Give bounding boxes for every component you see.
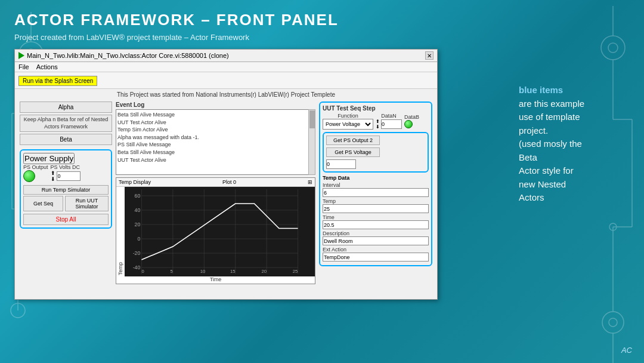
ps-voltage-value[interactable]	[326, 159, 356, 169]
function-dropdown[interactable]: Power Voltage	[323, 119, 373, 130]
annotation-line5: (used mosly the	[519, 137, 632, 151]
toolbar: Run via the Splash Screen	[15, 72, 437, 89]
power-supply-button[interactable]: Power Supply	[23, 153, 75, 164]
annotation-line4: project.	[519, 124, 632, 138]
project-started-text: This Project was started from National I…	[20, 91, 432, 98]
event-log-label: Event Log	[116, 101, 315, 108]
subtitle: Project created from LabVIEW® project te…	[14, 33, 630, 42]
svg-text:40: 40	[135, 207, 141, 213]
annotation-line2: are this example	[519, 97, 632, 111]
window-titlebar: Main_N_Two.lvlib:Main_N_Two.lvclass:Acto…	[15, 50, 437, 62]
get-ps-voltage-button[interactable]: Get PS Voltage	[326, 147, 380, 157]
svg-text:-20: -20	[133, 250, 141, 256]
interval-row: Interval	[323, 182, 429, 197]
event-log-section: Event Log Beta Still Alive Message UUT T…	[116, 101, 315, 175]
run-arrow-icon	[18, 52, 24, 59]
uut-label: UUT Test Seq Step	[323, 105, 429, 112]
left-panel: Alpha Keep Alpha n Beta for ref of Neste…	[20, 101, 112, 284]
keep-alpha-text: Keep Alpha n Beta for ref of Nested Acto…	[20, 115, 112, 132]
ps-volts-label: PS Volts DC	[51, 164, 80, 170]
log-entry-0: Beta Still Alive Message	[117, 111, 314, 119]
description-label: Description	[323, 230, 429, 236]
ac-label: AC	[621, 346, 632, 355]
annotation-line9: Actors	[519, 191, 632, 205]
interval-input[interactable]	[323, 188, 429, 197]
data-b-label: DataB	[404, 114, 419, 120]
close-button[interactable]: ✕	[425, 51, 434, 60]
svg-text:20: 20	[261, 269, 266, 274]
stop-all-button[interactable]: Stop All	[23, 214, 109, 225]
power-supply-section: Power Supply PS Output PS Volts DC ⬆⬇	[20, 149, 112, 229]
log-entry-1: UUT Test Actor Alive	[117, 119, 314, 127]
data-b-led	[404, 120, 413, 128]
beta-button[interactable]: Beta	[20, 134, 112, 145]
interval-label: Interval	[323, 182, 429, 188]
data-n-stepper[interactable]: ⬆⬇	[376, 119, 380, 130]
ps-volts-input[interactable]	[57, 171, 80, 181]
ext-action-input[interactable]	[323, 253, 429, 262]
description-input[interactable]	[323, 236, 429, 245]
annotation-line3: use of template	[519, 110, 632, 124]
middle-panel: Event Log Beta Still Alive Message UUT T…	[116, 101, 315, 284]
svg-text:5: 5	[170, 269, 172, 274]
run-splash-button[interactable]: Run via the Splash Screen	[18, 76, 97, 86]
log-entry-4: PS Still Alive Message	[117, 141, 314, 149]
get-ps-voltage-row: Get PS Voltage	[326, 147, 425, 157]
annotation-panel: blue items are this example use of templ…	[519, 84, 632, 205]
ps-output-label: PS Output	[23, 164, 48, 170]
plot-label: Plot 0	[222, 179, 236, 185]
get-seq-button[interactable]: Get Seq	[23, 196, 63, 211]
log-entry-5: Beta Still Alive Message	[117, 149, 314, 156]
alpha-button[interactable]: Alpha	[20, 101, 112, 113]
ps-row: PS Output PS Volts DC ⬆⬇	[23, 164, 109, 183]
log-entry-6: UUT Test Actor Alive	[117, 156, 314, 164]
x-axis-label: Time	[116, 276, 315, 284]
run-temp-simulator-button[interactable]: Run Temp Simulator	[23, 185, 109, 195]
data-n-label: DataN	[376, 113, 402, 119]
event-log-scrollbar[interactable]	[308, 109, 315, 175]
time-row: Time	[323, 214, 429, 229]
svg-text:0: 0	[141, 269, 144, 274]
annotation-line8: new Nested	[519, 178, 632, 192]
log-entry-2: Temp Sim Actor Alive	[117, 126, 314, 134]
event-log-box[interactable]: Beta Still Alive Message UUT Test Actor …	[116, 109, 315, 175]
function-label: Function	[323, 113, 373, 119]
right-panel: UUT Test Seq Step Function Power Voltage…	[319, 101, 432, 284]
annotation-line1: blue items	[519, 84, 632, 97]
data-n-input[interactable]	[381, 119, 402, 129]
menu-bar: File Actions	[15, 62, 437, 72]
svg-text:15: 15	[230, 269, 235, 274]
y-axis-label: Temp	[116, 187, 125, 276]
ps-stepper-icon[interactable]: ⬆⬇	[51, 170, 55, 182]
bottom-buttons: Get Seq Run UUT Simulator	[23, 196, 109, 213]
temp-data-section: Temp Data Interval Temp Time	[323, 175, 429, 262]
temp-row: Temp	[323, 198, 429, 213]
temp-input[interactable]	[323, 204, 429, 213]
page-title: ACTOR FRAMEWORK – FRONT PANEL	[14, 11, 630, 29]
log-entry-3: Alpha was messaged with data -1.	[117, 134, 314, 141]
svg-text:0: 0	[137, 236, 140, 242]
zoom-icon[interactable]: ⊞	[308, 179, 312, 185]
window-title: Main_N_Two.lvlib:Main_N_Two.lvclass:Acto…	[27, 52, 229, 59]
chart-area: 60 40 20 0 -20 -40 0 5 10	[125, 187, 315, 276]
chart-svg: 60 40 20 0 -20 -40 0 5 10	[127, 189, 312, 274]
uut-header-row: Function Power Voltage DataN ⬆⬇	[323, 113, 429, 130]
ext-action-row: Ext Action	[323, 247, 429, 262]
run-uut-simulator-button[interactable]: Run UUT Simulator	[65, 196, 109, 211]
svg-text:25: 25	[293, 269, 298, 274]
ps-output-led	[23, 170, 35, 182]
menu-actions[interactable]: Actions	[36, 63, 58, 70]
annotation-line7: Actor style for	[519, 164, 632, 178]
uut-section: UUT Test Seq Step Function Power Voltage…	[319, 101, 432, 266]
get-ps-output2-button[interactable]: Get PS Output 2	[326, 136, 380, 145]
get-ps-section: Get PS Output 2 Get PS Voltage	[323, 132, 429, 173]
svg-text:-40: -40	[133, 264, 141, 270]
time-input[interactable]	[323, 220, 429, 229]
temp-data-label: Temp Data	[323, 175, 429, 181]
time-label: Time	[323, 214, 429, 220]
labview-window: Main_N_Two.lvlib:Main_N_Two.lvclass:Acto…	[14, 49, 438, 300]
svg-text:60: 60	[135, 193, 141, 199]
temp-display-section: Temp Display Plot 0 ⊞ Temp	[116, 177, 315, 284]
svg-text:20: 20	[135, 222, 141, 227]
menu-file[interactable]: File	[18, 63, 29, 70]
